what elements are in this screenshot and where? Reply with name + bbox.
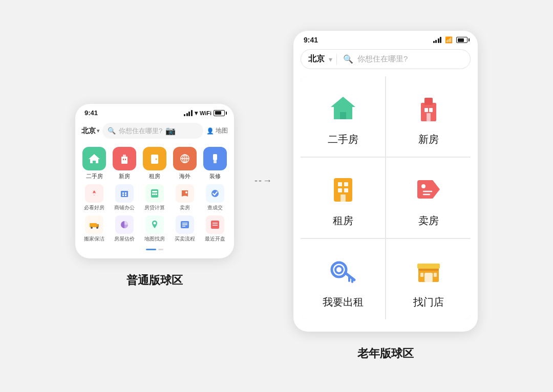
icon-label-zhuangxiu: 装修 [209, 172, 221, 180]
svg-marker-0 [89, 154, 100, 163]
calculator-icon [149, 188, 160, 199]
elderly-phone: 9:41 📶 北京 ▾ [293, 31, 478, 332]
svg-point-28 [96, 227, 98, 229]
tools-icon [209, 153, 221, 165]
office-icon [119, 188, 130, 199]
elderly-cell-chuzhu[interactable]: 我要出租 [301, 239, 385, 319]
svg-rect-17 [122, 194, 124, 196]
icon-item-zufang[interactable]: 租房 [141, 147, 168, 180]
elderly-label-xinfang: 新房 [418, 133, 439, 146]
icon-label-haiwai: 海外 [179, 172, 190, 180]
svg-rect-64 [434, 273, 437, 277]
divider [336, 54, 337, 64]
comparison-container: 9:41 ▾ WiFi [60, 15, 493, 377]
status-icons-left: ▾ WiFi [184, 110, 225, 117]
search-bar-elderly[interactable]: 北京 ▾ 🔍 你想住在哪里? [301, 49, 471, 69]
elderly-icon-ershufang [326, 91, 360, 125]
icon-circle-haiwai [173, 147, 197, 170]
icon-row-3: 搬家保洁 房屋估价 [75, 213, 234, 245]
search-bar-left[interactable]: 北京 ▾ 🔍 你想住在哪里? 📷 👤 地图 [81, 123, 228, 139]
elderly-cell-mendian[interactable]: 找门店 [386, 239, 471, 319]
svg-point-27 [91, 227, 93, 229]
icon-label-xinfang: 新房 [119, 172, 130, 180]
icon-maifang [176, 184, 194, 203]
wifi-symbol: WiFi [200, 110, 211, 116]
svg-rect-12 [214, 160, 217, 163]
icon-label-zufang: 租房 [149, 172, 160, 180]
svg-rect-11 [213, 154, 217, 160]
svg-rect-46 [338, 182, 342, 186]
elderly-icon-mendian [411, 253, 446, 288]
label-daikuan: 房贷计算 [144, 204, 165, 211]
elderly-cell-zufang[interactable]: 租房 [301, 158, 385, 238]
elderly-cell-xinfang[interactable]: 新房 [386, 76, 471, 157]
icon-liucheng [176, 215, 194, 234]
label-banjia: 搬家保洁 [84, 235, 104, 243]
svg-rect-20 [152, 191, 157, 192]
arrow-text: --→ [254, 176, 273, 186]
icon-kaipan [206, 215, 224, 234]
search-input-left[interactable]: 🔍 你想住在哪里? 📷 [102, 123, 203, 139]
building-icon [118, 153, 131, 165]
icon-item-liucheng[interactable]: 买卖流程 [172, 215, 198, 243]
map-label: 地图 [216, 126, 228, 135]
svg-point-55 [335, 266, 343, 273]
svg-rect-42 [424, 108, 428, 112]
map-button-left[interactable]: 👤 地图 [206, 126, 228, 135]
svg-rect-49 [344, 188, 348, 192]
svg-rect-47 [344, 182, 348, 186]
svg-rect-4 [125, 159, 126, 160]
check-icon [209, 188, 221, 199]
icon-item-xinfang[interactable]: 新房 [111, 147, 138, 180]
map-icon: 👤 [206, 127, 214, 135]
svg-point-51 [421, 184, 426, 188]
svg-rect-61 [417, 264, 440, 269]
svg-rect-50 [341, 194, 346, 202]
icon-item-banjia[interactable]: 搬家保洁 [81, 215, 108, 243]
icon-item-maifang[interactable]: 卖房 [172, 184, 198, 211]
icon-bikan [85, 184, 103, 203]
dot-active [146, 249, 156, 250]
elderly-label-zufang: 租房 [333, 214, 353, 228]
camera-icon-left[interactable]: 📷 [165, 126, 176, 136]
elderly-building-icon [413, 93, 444, 123]
svg-rect-15 [122, 192, 124, 194]
elderly-cell-ershufang[interactable]: 二手房 [301, 76, 385, 157]
chart-icon [119, 219, 130, 230]
time-right: 9:41 [304, 36, 318, 44]
svg-point-13 [93, 193, 95, 195]
location-button-left[interactable]: 北京 ▾ [81, 126, 99, 136]
icon-item-ershufang[interactable]: 二手房 [81, 147, 108, 180]
signal-icon [184, 110, 193, 116]
eye-heart-icon [89, 188, 100, 199]
icon-item-kaipan[interactable]: 最近开盘 [202, 215, 228, 243]
elderly-label-maifang: 卖房 [418, 214, 439, 228]
icon-circle-zhuangxiu [203, 147, 227, 170]
icon-item-daikuan[interactable]: 房贷计算 [141, 184, 168, 211]
sell-icon [179, 188, 190, 199]
elderly-house-icon [328, 93, 358, 123]
icon-circle-ershufang [82, 147, 106, 170]
elderly-label-chuzhu: 我要出租 [323, 295, 364, 309]
arrow-container: --→ [254, 176, 273, 217]
icon-item-shanpu[interactable]: 商铺办公 [111, 184, 138, 211]
battery-icon-right [456, 37, 467, 43]
svg-rect-48 [338, 188, 342, 192]
elderly-store-icon [413, 255, 444, 286]
svg-rect-22 [154, 193, 155, 195]
dropdown-elderly[interactable]: ▾ [329, 55, 332, 63]
icon-item-chacheng[interactable]: 查成交 [202, 184, 228, 211]
icon-label-ershufang: 二手房 [86, 172, 103, 180]
svg-rect-63 [420, 273, 423, 277]
search-placeholder-left: 你想住在哪里? [119, 126, 162, 136]
icon-item-zhuangxiu[interactable]: 装修 [202, 147, 228, 180]
icon-item-bikan[interactable]: 必看好房 [81, 184, 108, 211]
icon-row-2: 必看好房 商铺办公 [75, 182, 234, 213]
icon-item-ditu[interactable]: 地图找房 [141, 215, 168, 243]
elderly-cell-maifang[interactable]: 卖房 [386, 158, 471, 238]
dot-inactive [158, 249, 163, 250]
newopen-icon [209, 219, 221, 230]
elderly-label-mendian: 找门店 [413, 295, 444, 309]
icon-item-haiwai[interactable]: 海外 [172, 147, 198, 180]
icon-item-gujia[interactable]: 房屋估价 [111, 215, 138, 243]
